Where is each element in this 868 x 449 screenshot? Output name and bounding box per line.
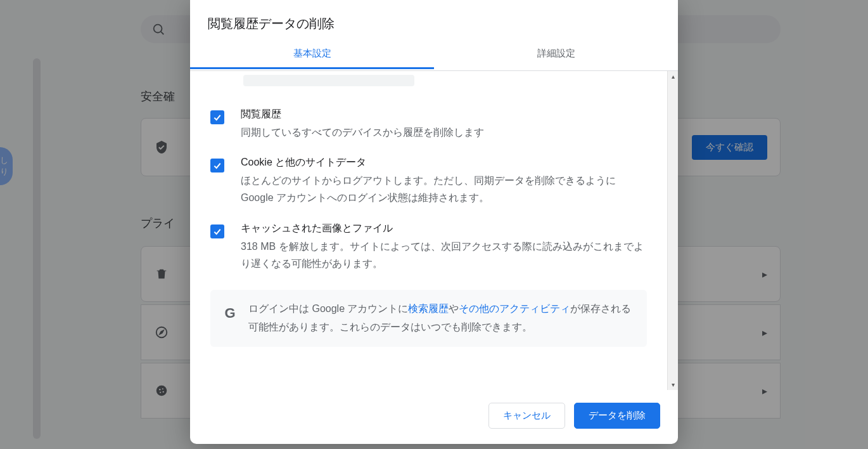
dialog-scrollbar[interactable]: ▴ ▾ — [667, 71, 678, 390]
option-cookies[interactable]: Cookie と他のサイトデータ ほとんどのサイトからログアウトします。ただし、… — [205, 148, 652, 214]
scroll-up-icon[interactable]: ▴ — [668, 71, 678, 82]
option-desc: ほとんどのサイトからログアウトします。ただし、同期データを削除できるように Go… — [241, 172, 647, 206]
tab-basic[interactable]: 基本設定 — [190, 40, 434, 70]
dialog-header: 閲覧履歴データの削除 — [190, 0, 678, 40]
dialog-tabs: 基本設定 詳細設定 — [190, 40, 678, 71]
checkbox-browsing-history[interactable] — [210, 110, 224, 124]
dialog-body: 閲覧履歴 同期しているすべてのデバイスから履歴を削除します Cookie と他の… — [190, 71, 678, 390]
link-other-activity[interactable]: その他のアクティビティ — [459, 303, 570, 314]
cancel-button[interactable]: キャンセル — [488, 403, 565, 429]
tab-advanced[interactable]: 詳細設定 — [434, 40, 678, 70]
checkbox-cache[interactable] — [210, 224, 224, 238]
dialog-footer: キャンセル データを削除 — [190, 390, 678, 444]
info-pre: ログイン中は Google アカウントに — [248, 303, 408, 314]
option-title: 閲覧履歴 — [241, 108, 647, 121]
dialog-title: 閲覧履歴データの削除 — [208, 15, 660, 32]
time-range-selector[interactable] — [243, 75, 414, 86]
clear-browsing-data-dialog: 閲覧履歴データの削除 基本設定 詳細設定 閲覧履歴 同期しているすべてのデバイス… — [190, 0, 678, 444]
info-mid: や — [449, 303, 459, 314]
option-desc: 318 MB を解放します。サイトによっては、次回アクセスする際に読み込みがこれ… — [241, 238, 647, 272]
dialog-scroll-area: 閲覧履歴 同期しているすべてのデバイスから履歴を削除します Cookie と他の… — [190, 71, 667, 390]
option-title: キャッシュされた画像とファイル — [241, 222, 647, 235]
option-browsing-history[interactable]: 閲覧履歴 同期しているすべてのデバイスから履歴を削除します — [205, 100, 652, 148]
link-search-history[interactable]: 検索履歴 — [408, 303, 449, 314]
google-account-info: G ログイン中は Google アカウントに検索履歴やその他のアクティビティが保… — [210, 290, 647, 347]
option-cache[interactable]: キャッシュされた画像とファイル 318 MB を解放します。サイトによっては、次… — [205, 214, 652, 280]
option-title: Cookie と他のサイトデータ — [241, 156, 647, 169]
clear-data-button[interactable]: データを削除 — [574, 403, 660, 429]
option-desc: 同期しているすべてのデバイスから履歴を削除します — [241, 124, 647, 141]
checkbox-cookies[interactable] — [210, 159, 224, 172]
info-text: ログイン中は Google アカウントに検索履歴やその他のアクティビティが保存さ… — [248, 300, 635, 337]
scroll-down-icon[interactable]: ▾ — [668, 379, 678, 390]
google-g-icon: G — [222, 305, 238, 322]
